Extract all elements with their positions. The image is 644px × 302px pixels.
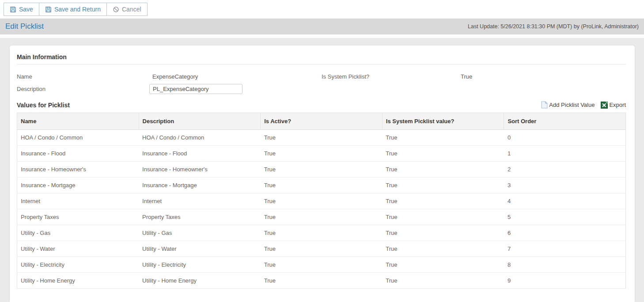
main-information-form: Name ExpenseCategory Is System Picklist?… bbox=[17, 73, 626, 94]
table-cell-name: Utility - Water bbox=[17, 241, 139, 257]
table-cell-is-active: True bbox=[261, 209, 383, 225]
table-cell-description: Internet bbox=[139, 193, 261, 209]
table-cell-is-system-picklist-value: True bbox=[382, 225, 504, 241]
table-cell-description: HOA / Condo / Common bbox=[139, 130, 261, 146]
table-row: Insurance - FloodInsurance - FloodTrueTr… bbox=[17, 146, 626, 162]
table-cell-is-active: True bbox=[261, 257, 383, 273]
excel-icon bbox=[601, 102, 608, 109]
table-cell-is-active: True bbox=[261, 146, 383, 162]
picklist-table-body: HOA / Condo / CommonHOA / Condo / Common… bbox=[17, 130, 626, 289]
table-cell-name: Utility - Home Energy bbox=[17, 273, 139, 289]
table-cell-is-active: True bbox=[261, 130, 383, 146]
table-cell-sort-order: 5 bbox=[504, 209, 626, 225]
toolbar-button-group: Save Save and Return Cancel bbox=[4, 3, 148, 16]
header-gap bbox=[0, 34, 644, 38]
picklist-table-header-row: NameDescriptionIs Active?Is System Pickl… bbox=[17, 113, 626, 130]
save-button-label: Save bbox=[19, 6, 33, 13]
table-cell-description: Insurance - Homeowner's bbox=[139, 162, 261, 177]
table-cell-is-system-picklist-value: True bbox=[382, 193, 504, 209]
table-cell-is-active: True bbox=[261, 193, 383, 209]
description-label: Description bbox=[17, 86, 152, 92]
table-cell-description: Property Taxes bbox=[139, 209, 261, 225]
table-cell-sort-order: 7 bbox=[504, 241, 626, 257]
column-header: Sort Order bbox=[504, 113, 626, 130]
export-button[interactable]: Export bbox=[601, 102, 626, 109]
table-row: Insurance - Homeowner'sInsurance - Homeo… bbox=[17, 162, 626, 177]
table-cell-sort-order: 3 bbox=[504, 177, 626, 193]
table-cell-is-system-picklist-value: True bbox=[382, 257, 504, 273]
add-picklist-value-button[interactable]: Add Picklist Value bbox=[541, 101, 595, 109]
table-cell-is-active: True bbox=[261, 177, 383, 193]
table-cell-description: Utility - Home Energy bbox=[139, 273, 261, 289]
column-header: Is Active? bbox=[261, 113, 383, 130]
table-row: Property TaxesProperty TaxesTrueTrue5 bbox=[17, 209, 626, 225]
add-picklist-value-label: Add Picklist Value bbox=[549, 102, 595, 108]
name-value: ExpenseCategory bbox=[152, 73, 322, 80]
table-row: Utility - WaterUtility - WaterTrueTrue7 bbox=[17, 241, 626, 257]
last-update-text: Last Update: 5/26/2021 8:31:30 PM (MDT) … bbox=[468, 23, 639, 30]
cancel-button-label: Cancel bbox=[122, 6, 141, 13]
table-cell-name: HOA / Condo / Common bbox=[17, 130, 139, 146]
main-information-heading: Main Information bbox=[17, 53, 626, 64]
table-row: Utility - ElectricityUtility - Electrici… bbox=[17, 257, 626, 273]
save-button[interactable]: Save bbox=[4, 3, 39, 16]
table-cell-is-active: True bbox=[261, 241, 383, 257]
table-cell-is-system-picklist-value: True bbox=[382, 130, 504, 146]
table-row: InternetInternetTrueTrue4 bbox=[17, 193, 626, 209]
table-row: Utility - GasUtility - GasTrueTrue6 bbox=[17, 225, 626, 241]
table-cell-description: Utility - Electricity bbox=[139, 257, 261, 273]
export-button-label: Export bbox=[609, 102, 626, 108]
column-header: Description bbox=[139, 113, 261, 130]
ban-icon bbox=[113, 6, 119, 13]
table-cell-name: Property Taxes bbox=[17, 209, 139, 225]
table-cell-name: Insurance - Mortgage bbox=[17, 177, 139, 193]
table-cell-is-system-picklist-value: True bbox=[382, 162, 504, 177]
edit-picklist-card: Main Information Name ExpenseCategory Is… bbox=[10, 45, 635, 302]
table-cell-sort-order: 6 bbox=[504, 225, 626, 241]
table-cell-description: Insurance - Flood bbox=[139, 146, 261, 162]
values-for-picklist-heading: Values for Picklist bbox=[17, 102, 70, 109]
new-page-icon bbox=[541, 101, 548, 109]
description-input[interactable] bbox=[149, 84, 242, 94]
floppy-disk-icon bbox=[45, 6, 52, 13]
table-cell-description: Utility - Gas bbox=[139, 225, 261, 241]
values-section-header: Values for Picklist Add Picklist Value bbox=[17, 101, 626, 109]
table-cell-description: Utility - Water bbox=[139, 241, 261, 257]
page-header-bar: Edit Picklist Last Update: 5/26/2021 8:3… bbox=[0, 19, 644, 34]
column-header: Is System Picklist value? bbox=[382, 113, 504, 130]
table-row: HOA / Condo / CommonHOA / Condo / Common… bbox=[17, 130, 626, 146]
column-header: Name bbox=[17, 113, 139, 130]
save-and-return-button-label: Save and Return bbox=[54, 6, 101, 13]
table-row: Utility - Home EnergyUtility - Home Ener… bbox=[17, 273, 626, 289]
table-cell-name: Internet bbox=[17, 193, 139, 209]
table-cell-description: Insurance - Mortgage bbox=[139, 177, 261, 193]
table-cell-name: Utility - Gas bbox=[17, 225, 139, 241]
picklist-values-table: NameDescriptionIs Active?Is System Pickl… bbox=[17, 113, 626, 289]
table-cell-is-active: True bbox=[261, 162, 383, 177]
table-cell-sort-order: 2 bbox=[504, 162, 626, 177]
floppy-disk-icon bbox=[10, 6, 16, 13]
table-cell-is-system-picklist-value: True bbox=[382, 146, 504, 162]
table-cell-is-active: True bbox=[261, 225, 383, 241]
table-cell-is-system-picklist-value: True bbox=[382, 273, 504, 289]
table-cell-is-system-picklist-value: True bbox=[382, 209, 504, 225]
toolbar: Save Save and Return Cancel bbox=[0, 0, 644, 19]
page-title: Edit Picklist bbox=[5, 22, 44, 31]
table-cell-is-active: True bbox=[261, 273, 383, 289]
table-cell-sort-order: 4 bbox=[504, 193, 626, 209]
is-system-picklist-label: Is System Picklist? bbox=[322, 73, 461, 80]
table-cell-is-system-picklist-value: True bbox=[382, 241, 504, 257]
table-cell-name: Utility - Electricity bbox=[17, 257, 139, 273]
is-system-picklist-value: True bbox=[461, 73, 626, 80]
name-label: Name bbox=[17, 73, 152, 80]
table-cell-name: Insurance - Homeowner's bbox=[17, 162, 139, 177]
content-background: Main Information Name ExpenseCategory Is… bbox=[0, 38, 644, 302]
table-cell-sort-order: 1 bbox=[504, 146, 626, 162]
cancel-button[interactable]: Cancel bbox=[106, 3, 148, 16]
table-cell-name: Insurance - Flood bbox=[17, 146, 139, 162]
table-actions: Add Picklist Value Export bbox=[541, 101, 626, 109]
table-cell-sort-order: 8 bbox=[504, 257, 626, 273]
save-and-return-button[interactable]: Save and Return bbox=[39, 3, 107, 16]
table-row: Insurance - MortgageInsurance - Mortgage… bbox=[17, 177, 626, 193]
table-cell-sort-order: 0 bbox=[504, 130, 626, 146]
